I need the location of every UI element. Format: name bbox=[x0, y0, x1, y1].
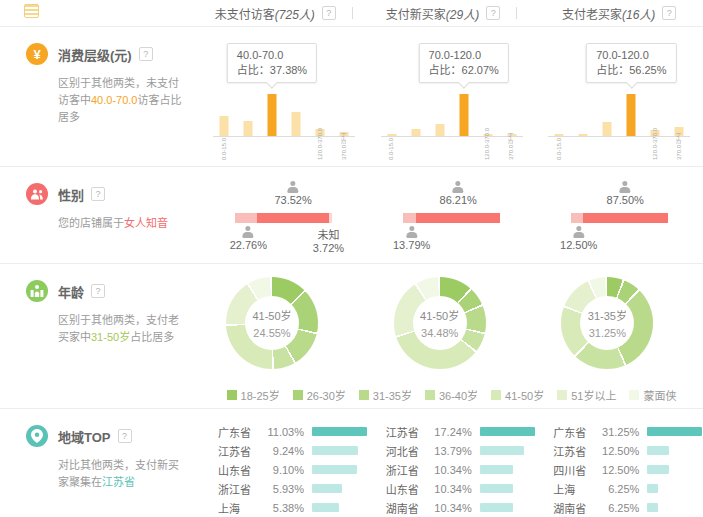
legend-item[interactable]: 31-35岁 bbox=[359, 387, 412, 403]
province-percent: 6.25% bbox=[597, 483, 639, 495]
help-icon[interactable]: ? bbox=[662, 6, 676, 20]
age-donut-unpaid[interactable]: 41-50岁24.55% bbox=[200, 264, 368, 382]
bar[interactable] bbox=[291, 112, 300, 136]
region-row[interactable]: 四川省12.50% bbox=[535, 460, 703, 479]
desc-highlight: 40.0-70.0 bbox=[91, 94, 137, 106]
section-title: 年龄 bbox=[58, 282, 84, 301]
tooltip-range: 70.0-120.0 bbox=[429, 48, 499, 63]
bar[interactable] bbox=[411, 129, 420, 136]
customer-analysis-dashboard: 未支付访客(725人) ? 支付新买家(29人) ? 支付老买家(16人) ? … bbox=[0, 0, 703, 517]
region-row[interactable]: 广东省31.25% bbox=[535, 422, 703, 441]
region-row[interactable]: 江苏省17.24% bbox=[368, 422, 536, 441]
tab-count: (29人) bbox=[446, 5, 479, 22]
province-percent: 12.50% bbox=[597, 464, 639, 476]
female-share-label: 87.50% bbox=[607, 181, 644, 206]
help-icon[interactable]: ? bbox=[322, 6, 336, 20]
header-divider bbox=[516, 7, 517, 19]
region-row[interactable]: 湖南省10.34% bbox=[368, 498, 536, 517]
consumption-chart-unpaid[interactable]: 0.0-15.0120.0-370.0370.0以上40.0-70.0占比：37… bbox=[200, 27, 368, 166]
bar[interactable] bbox=[267, 94, 276, 136]
person-icon bbox=[573, 226, 585, 238]
province-name: 江苏省 bbox=[553, 443, 597, 459]
region-row[interactable]: 浙江省10.34% bbox=[368, 460, 536, 479]
region-row[interactable]: 江苏省12.50% bbox=[535, 441, 703, 460]
age-donut-ring[interactable]: 41-50岁34.48% bbox=[394, 277, 486, 369]
list-icon bbox=[24, 4, 39, 18]
region-row[interactable]: 河北省13.79% bbox=[368, 441, 536, 460]
province-percent: 5.93% bbox=[262, 483, 304, 495]
female-segment[interactable] bbox=[416, 213, 500, 223]
help-icon[interactable]: ? bbox=[118, 429, 132, 443]
province-percent: 9.24% bbox=[262, 445, 304, 457]
male-share-label: 13.79% bbox=[393, 226, 430, 251]
help-icon[interactable]: ? bbox=[91, 284, 105, 298]
age-donut-old[interactable]: 31-35岁31.25% bbox=[535, 264, 703, 382]
male-share-label: 12.50% bbox=[560, 226, 597, 251]
help-icon[interactable]: ? bbox=[486, 6, 500, 20]
male-segment[interactable] bbox=[403, 213, 416, 223]
legend-item[interactable]: 36-40岁 bbox=[425, 387, 478, 403]
tooltip-share: 占比：37.38% bbox=[237, 63, 307, 78]
consumption-charts: 0.0-15.0120.0-370.0370.0以上40.0-70.0占比：37… bbox=[200, 27, 703, 166]
bar[interactable] bbox=[387, 134, 396, 136]
tooltip-share: 占比：56.25% bbox=[596, 63, 666, 78]
age-donut-new[interactable]: 41-50岁34.48% bbox=[368, 264, 536, 382]
tab-new-buyers[interactable]: 支付新买家(29人) ? bbox=[368, 5, 536, 22]
gender-bar[interactable] bbox=[235, 213, 332, 223]
male-percent: 12.50% bbox=[560, 239, 597, 251]
gender-bar[interactable] bbox=[571, 213, 668, 223]
region-row[interactable]: 湖南省6.25% bbox=[535, 498, 703, 517]
legend-swatch bbox=[629, 390, 639, 400]
legend-item[interactable]: 26-30岁 bbox=[293, 387, 346, 403]
region-row[interactable]: 山东省10.34% bbox=[368, 479, 536, 498]
tab-old-buyers[interactable]: 支付老买家(16人) ? bbox=[535, 5, 703, 22]
gender-charts: 73.52%22.76%未知3.72% 86.21%13.79% 87.50%1… bbox=[200, 167, 703, 263]
province-percent: 5.38% bbox=[262, 502, 304, 514]
province-name: 四川省 bbox=[553, 462, 597, 478]
bar[interactable] bbox=[243, 121, 252, 136]
gender-chart-new[interactable]: 86.21%13.79% bbox=[403, 179, 500, 259]
gender-chart-unpaid[interactable]: 73.52%22.76%未知3.72% bbox=[235, 179, 332, 259]
region-row[interactable]: 上海6.25% bbox=[535, 479, 703, 498]
consumption-chart-new[interactable]: 0.0-15.0120.0-370.0370.0以上70.0-120.0占比：6… bbox=[368, 27, 536, 166]
tab-unpaid-visitors[interactable]: 未支付访客(725人) ? bbox=[200, 5, 368, 22]
age-icon bbox=[26, 280, 48, 302]
bar[interactable] bbox=[603, 122, 612, 136]
female-segment[interactable] bbox=[583, 213, 668, 223]
help-icon[interactable]: ? bbox=[91, 187, 105, 201]
bar[interactable] bbox=[555, 134, 564, 136]
bar[interactable] bbox=[579, 134, 588, 136]
consumption-chart-old[interactable]: 0.0-15.0120.0-370.0370.0以上70.0-120.0占比：5… bbox=[535, 27, 703, 166]
age-charts: 41-50岁24.55% 41-50岁34.48% 31-35岁31.25% bbox=[200, 264, 703, 382]
legend-item[interactable]: 蒙面侠 bbox=[629, 387, 676, 403]
bar[interactable] bbox=[627, 94, 636, 136]
region-row[interactable]: 江苏省9.24% bbox=[200, 441, 368, 460]
gender-chart-old[interactable]: 87.50%12.50% bbox=[571, 179, 668, 259]
female-segment[interactable] bbox=[257, 213, 328, 223]
legend-item[interactable]: 41-50岁 bbox=[491, 387, 544, 403]
axis-label: 370.0以上 bbox=[340, 133, 348, 160]
bar[interactable] bbox=[435, 124, 444, 136]
province-percent: 13.79% bbox=[430, 445, 472, 457]
bar[interactable] bbox=[459, 94, 468, 136]
person-icon bbox=[287, 181, 299, 193]
gender-bar[interactable] bbox=[403, 213, 500, 223]
legend-item[interactable]: 18-25岁 bbox=[227, 387, 280, 403]
bar[interactable] bbox=[219, 116, 228, 136]
donut-center-value: 31.25% bbox=[589, 327, 626, 339]
region-row[interactable]: 上海5.38% bbox=[200, 498, 368, 517]
age-donut-ring[interactable]: 31-35岁31.25% bbox=[561, 277, 653, 369]
age-donut-ring[interactable]: 41-50岁24.55% bbox=[226, 277, 318, 369]
location-pin-icon bbox=[26, 425, 48, 447]
unknown-segment[interactable] bbox=[329, 213, 333, 223]
help-icon[interactable]: ? bbox=[139, 47, 153, 61]
region-row[interactable]: 山东省9.10% bbox=[200, 460, 368, 479]
section-desc: 对比其他两类，支付新买家聚集在江苏省 bbox=[58, 457, 186, 491]
tab-label: 支付老买家 bbox=[562, 5, 622, 22]
region-row[interactable]: 广东省11.03% bbox=[200, 422, 368, 441]
male-segment[interactable] bbox=[571, 213, 583, 223]
province-bar bbox=[647, 484, 658, 493]
region-row[interactable]: 浙江省5.93% bbox=[200, 479, 368, 498]
male-segment[interactable] bbox=[235, 213, 257, 223]
legend-item[interactable]: 51岁以上 bbox=[557, 387, 616, 403]
